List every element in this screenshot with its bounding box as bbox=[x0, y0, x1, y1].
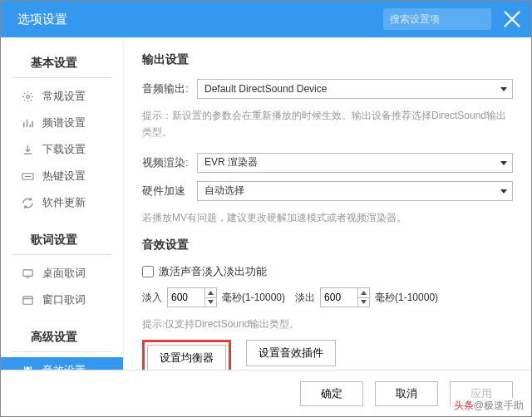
close-button[interactable] bbox=[503, 10, 521, 28]
spin-up-icon[interactable] bbox=[358, 288, 369, 298]
fade-in-unit: 毫秒(1-10000) bbox=[222, 291, 285, 305]
group-advanced: 高级设置 bbox=[12, 326, 111, 352]
audio-output-select[interactable]: Default DirectSound Device bbox=[197, 79, 513, 99]
sidebar-item-general[interactable]: 常规设置 bbox=[1, 83, 123, 110]
refresh-icon bbox=[21, 196, 34, 209]
audio-plugin-button[interactable]: 设置音效插件 bbox=[246, 340, 336, 366]
sidebar-item-desktop-lyric[interactable]: 桌面歌词 bbox=[1, 260, 123, 287]
sidebar-item-label: 常规设置 bbox=[42, 89, 86, 104]
sidebar-item-label: 音效设置 bbox=[42, 363, 86, 370]
sidebar-item-label: 热键设置 bbox=[42, 169, 86, 184]
audio-output-label: 音频输出: bbox=[142, 81, 197, 96]
fade-checkbox-row[interactable]: 激活声音淡入淡出功能 bbox=[142, 264, 513, 279]
monitor-icon bbox=[21, 267, 34, 280]
hw-hint: 若播放MV有问题，建议更改硬解加速模式或者视频渲染器。 bbox=[142, 209, 513, 226]
svg-point-4 bbox=[26, 95, 29, 98]
sidebar-item-audio-effect[interactable]: 音效设置 bbox=[1, 357, 123, 370]
sidebar-item-window-lyric[interactable]: 窗口歌词 bbox=[1, 287, 123, 313]
sidebar-item-update[interactable]: 软件更新 bbox=[1, 189, 123, 216]
sliders-icon bbox=[21, 364, 34, 370]
sidebar-item-label: 频谱设置 bbox=[42, 115, 86, 130]
cancel-button[interactable]: 取消 bbox=[375, 381, 438, 406]
fade-out-unit: 毫秒(1-10000) bbox=[375, 291, 438, 305]
sidebar-item-download[interactable]: 下载设置 bbox=[1, 136, 123, 163]
sidebar-item-label: 窗口歌词 bbox=[42, 292, 86, 307]
sidebar: 基本设置 常规设置 频谱设置 下载设置 热键设置 软件更新 歌词设置 桌面歌词 … bbox=[1, 37, 124, 370]
main-panel: 输出设置 音频输出: Default DirectSound Device 提示… bbox=[124, 37, 531, 370]
spin-up-icon[interactable] bbox=[205, 288, 216, 298]
fade-checkbox-label: 激活声音淡入淡出功能 bbox=[159, 264, 267, 279]
fade-in-label: 淡入 bbox=[142, 291, 162, 305]
group-basic: 基本设置 bbox=[12, 52, 111, 78]
spin-down-icon[interactable] bbox=[205, 298, 216, 307]
spin-down-icon[interactable] bbox=[358, 298, 369, 307]
bars-icon bbox=[21, 116, 34, 130]
video-render-select[interactable]: EVR 渲染器 bbox=[197, 153, 513, 173]
svg-rect-13 bbox=[22, 296, 32, 303]
window-icon bbox=[21, 293, 34, 307]
hwaccel-select[interactable]: 自动选择 bbox=[197, 181, 513, 201]
search-box[interactable] bbox=[383, 8, 491, 30]
fade-in-spinner[interactable] bbox=[167, 287, 217, 307]
sidebar-item-hotkey[interactable]: 热键设置 bbox=[1, 163, 123, 189]
ok-button[interactable]: 确定 bbox=[300, 381, 363, 406]
effect-hint: 提示:仅支持DirectSound输出类型。 bbox=[142, 316, 513, 332]
search-input[interactable] bbox=[390, 13, 486, 25]
highlight-box: 设置均衡器 bbox=[142, 340, 231, 370]
fade-checkbox[interactable] bbox=[142, 266, 154, 277]
audio-hint: 提示：新设置的参数会在重新播放的时候生效。输出设备推荐选择DirectSound… bbox=[142, 107, 513, 141]
fade-out-label: 淡出 bbox=[295, 291, 315, 305]
sidebar-item-label: 下载设置 bbox=[42, 142, 86, 157]
gear-icon bbox=[21, 90, 34, 103]
attribution: 头条@极速手助 bbox=[451, 398, 527, 414]
equalizer-button[interactable]: 设置均衡器 bbox=[147, 345, 226, 370]
group-lyric: 歌词设置 bbox=[12, 229, 111, 255]
keyboard-icon bbox=[21, 169, 34, 183]
svg-rect-11 bbox=[22, 269, 32, 276]
download-icon bbox=[21, 143, 34, 156]
sidebar-item-label: 桌面歌词 bbox=[42, 266, 86, 281]
fade-out-spinner[interactable] bbox=[320, 287, 370, 307]
video-render-label: 视频渲染: bbox=[142, 155, 197, 170]
sidebar-item-label: 软件更新 bbox=[42, 195, 86, 210]
sidebar-item-spectrum[interactable]: 频谱设置 bbox=[1, 110, 123, 136]
section-effect: 音效设置 bbox=[142, 238, 513, 253]
section-output: 输出设置 bbox=[142, 52, 513, 67]
window-title: 选项设置 bbox=[17, 12, 67, 27]
hwaccel-label: 硬件加速 bbox=[142, 184, 197, 199]
